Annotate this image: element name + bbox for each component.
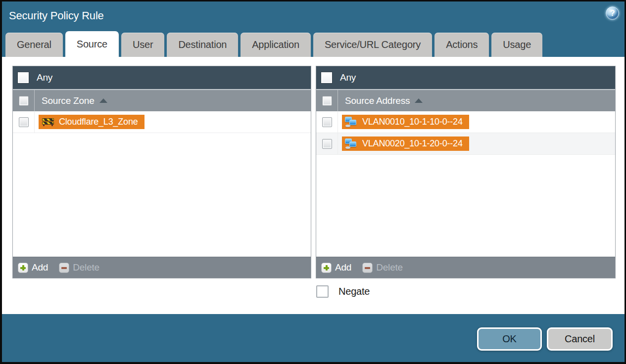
title-bar: Security Policy Rule ? — [2, 1, 625, 31]
source-address-column-title[interactable]: Source Address — [345, 95, 410, 106]
add-button-label: Add — [32, 262, 48, 273]
negate-checkbox[interactable] — [316, 285, 329, 298]
zone-item-label: Cloudflare_L3_Zone — [59, 117, 138, 127]
row-checkbox-cell[interactable] — [13, 111, 35, 133]
plus-icon — [18, 263, 28, 273]
source-zone-any-bar: Any — [13, 66, 311, 89]
tab-actions[interactable]: Actions — [434, 33, 489, 57]
source-zone-list: Cloudflare_L3_Zone — [13, 111, 311, 257]
source-address-select-all-cell[interactable] — [316, 90, 338, 111]
dialog-title: Security Policy Rule — [9, 9, 104, 22]
source-address-panel: Any Source Address — [316, 66, 616, 278]
source-zone-column-title[interactable]: Source Zone — [42, 95, 95, 106]
address-item-label: VLAN0010_10-1-10-0--24 — [362, 117, 463, 127]
cancel-button[interactable]: Cancel — [547, 327, 613, 351]
minus-icon — [59, 263, 69, 273]
tab-destination[interactable]: Destination — [167, 33, 238, 57]
source-zone-column-header[interactable]: Source Zone — [13, 89, 311, 111]
dialog-footer: OK Cancel — [2, 314, 625, 362]
row-checkbox-cell[interactable] — [316, 111, 338, 133]
negate-label: Negate — [338, 286, 370, 297]
security-policy-rule-dialog: Security Policy Rule ? General Source Us… — [0, 0, 626, 364]
source-address-select-all-checkbox[interactable] — [322, 96, 332, 106]
help-icon[interactable]: ? — [606, 6, 619, 20]
address-icon — [345, 117, 358, 127]
delete-button-label: Delete — [376, 262, 403, 273]
add-button[interactable]: Add — [321, 262, 351, 273]
source-address-any-label: Any — [340, 72, 356, 83]
delete-button[interactable]: Delete — [362, 262, 403, 273]
tab-service-url-category[interactable]: Service/URL Category — [313, 33, 432, 57]
source-address-any-bar: Any — [316, 66, 615, 89]
minus-icon — [362, 263, 373, 273]
sort-ascending-icon[interactable] — [99, 98, 107, 103]
source-address-toolbar: Add Delete — [316, 257, 615, 278]
source-zone-any-checkbox[interactable] — [18, 72, 29, 83]
source-zone-toolbar: Add Delete — [13, 257, 311, 278]
source-address-list: VLAN0010_10-1-10-0--24 VLAN0020_10-1-20-… — [316, 111, 615, 257]
add-button[interactable]: Add — [18, 262, 48, 273]
source-zone-panel: Any Source Zone — [12, 66, 311, 278]
row-checkbox[interactable] — [322, 117, 332, 127]
tab-application[interactable]: Application — [241, 33, 311, 57]
delete-button-label: Delete — [73, 262, 99, 273]
row-checkbox[interactable] — [19, 117, 29, 127]
address-icon — [345, 138, 358, 149]
source-zone-any-label: Any — [37, 72, 52, 83]
plus-icon — [321, 263, 332, 273]
sort-ascending-icon[interactable] — [415, 98, 423, 103]
source-tab-content: Any Source Zone — [2, 57, 625, 314]
address-item-chip[interactable]: VLAN0010_10-1-10-0--24 — [342, 115, 469, 129]
source-address-column-header[interactable]: Source Address — [316, 89, 615, 111]
tab-user[interactable]: User — [121, 33, 164, 57]
tab-usage[interactable]: Usage — [491, 33, 542, 57]
row-checkbox[interactable] — [322, 139, 332, 149]
ok-button[interactable]: OK — [477, 327, 542, 351]
delete-button[interactable]: Delete — [59, 262, 99, 273]
table-row[interactable]: VLAN0020_10-1-20-0--24 — [316, 133, 615, 155]
source-zone-select-all-checkbox[interactable] — [19, 96, 29, 106]
address-item-label: VLAN0020_10-1-20-0--24 — [362, 138, 463, 149]
tab-strip: General Source User Destination Applicat… — [2, 31, 625, 57]
source-address-any-checkbox[interactable] — [321, 72, 332, 83]
source-zone-select-all-cell[interactable] — [13, 90, 35, 111]
zone-icon — [42, 118, 54, 126]
table-row[interactable]: VLAN0010_10-1-10-0--24 — [316, 111, 615, 133]
table-row[interactable]: Cloudflare_L3_Zone — [13, 111, 311, 133]
tab-general[interactable]: General — [5, 33, 63, 57]
tab-source[interactable]: Source — [65, 31, 119, 57]
negate-row: Negate — [316, 285, 370, 298]
zone-item-chip[interactable]: Cloudflare_L3_Zone — [39, 115, 144, 129]
row-checkbox-cell[interactable] — [316, 133, 338, 154]
add-button-label: Add — [335, 262, 351, 273]
address-item-chip[interactable]: VLAN0020_10-1-20-0--24 — [342, 136, 469, 151]
